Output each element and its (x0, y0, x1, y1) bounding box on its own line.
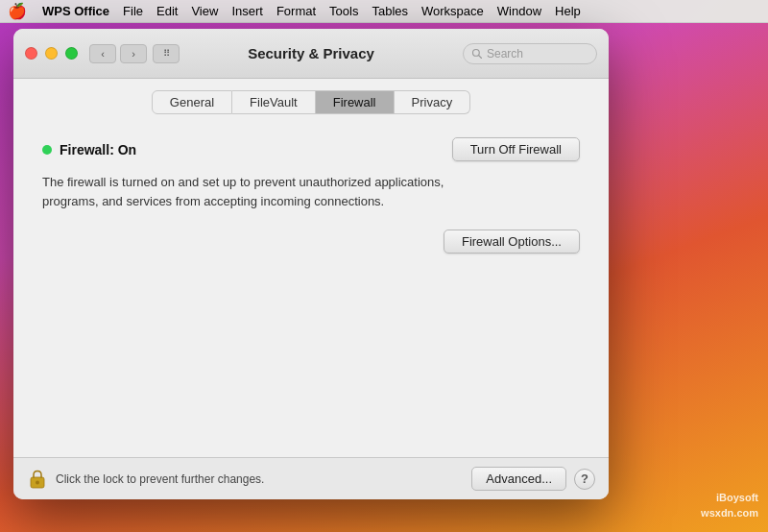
close-button[interactable] (25, 47, 37, 60)
tab-general[interactable]: General (152, 90, 232, 114)
lock-icon[interactable] (27, 467, 48, 492)
preferences-window: ‹ › ⠿ Security & Privacy Search General … (13, 29, 609, 499)
svg-point-3 (36, 480, 39, 484)
search-icon (471, 48, 483, 60)
bottom-right: Advanced... ? (471, 467, 595, 491)
firewall-status-label: Firewall: On (60, 142, 136, 157)
minimize-button[interactable] (45, 47, 58, 60)
window-title: Security & Privacy (248, 45, 374, 61)
menubar-file[interactable]: File (123, 4, 143, 18)
firewall-options-button[interactable]: Firewall Options... (444, 230, 580, 254)
menubar-view[interactable]: View (191, 4, 218, 18)
tab-firewall[interactable]: Firewall (316, 90, 395, 114)
nav-buttons: ‹ › (89, 44, 147, 63)
tab-privacy[interactable]: Privacy (395, 90, 471, 114)
firewall-status-left: Firewall: On (42, 142, 136, 157)
menubar-help[interactable]: Help (555, 4, 581, 18)
firewall-status-row: Firewall: On Turn Off Firewall (42, 137, 580, 161)
help-button[interactable]: ? (574, 469, 595, 490)
menubar-workspace[interactable]: Workspace (421, 4, 484, 18)
back-button[interactable]: ‹ (89, 44, 116, 63)
titlebar: ‹ › ⠿ Security & Privacy Search (13, 29, 609, 79)
bottom-bar: Click the lock to prevent further change… (13, 457, 609, 499)
firewall-options-row: Firewall Options... (42, 230, 580, 254)
firewall-description: The firewall is turned on and set up to … (42, 173, 503, 210)
menubar-edit[interactable]: Edit (156, 4, 178, 18)
forward-button[interactable]: › (120, 44, 147, 63)
lock-section: Click the lock to prevent further change… (27, 467, 264, 492)
turn-off-firewall-button[interactable]: Turn Off Firewall (452, 137, 580, 161)
lock-svg (29, 469, 46, 490)
menubar-window[interactable]: Window (497, 4, 541, 18)
status-dot-green (42, 145, 52, 155)
maximize-button[interactable] (65, 47, 78, 60)
advanced-button[interactable]: Advanced... (471, 467, 566, 491)
apple-menu[interactable]: 🍎 (8, 2, 27, 20)
menubar: 🍎 WPS Office File Edit View Insert Forma… (0, 0, 768, 23)
svg-line-1 (479, 55, 482, 58)
grid-button[interactable]: ⠿ (153, 44, 180, 63)
menubar-tables[interactable]: Tables (372, 4, 408, 18)
menubar-insert[interactable]: Insert (231, 4, 263, 18)
lock-text: Click the lock to prevent further change… (56, 472, 264, 486)
menubar-tools[interactable]: Tools (329, 4, 358, 18)
watermark: iBoysoft wsxdn.com (701, 491, 758, 520)
menubar-format[interactable]: Format (276, 4, 316, 18)
content-area: Firewall: On Turn Off Firewall The firew… (13, 122, 609, 273)
tab-filevault[interactable]: FileVault (232, 90, 316, 114)
tab-bar: General FileVault Firewall Privacy (13, 79, 609, 122)
search-placeholder: Search (487, 47, 523, 60)
menubar-wpsoffice[interactable]: WPS Office (42, 4, 109, 18)
search-box[interactable]: Search (463, 43, 597, 64)
traffic-lights (25, 47, 78, 60)
